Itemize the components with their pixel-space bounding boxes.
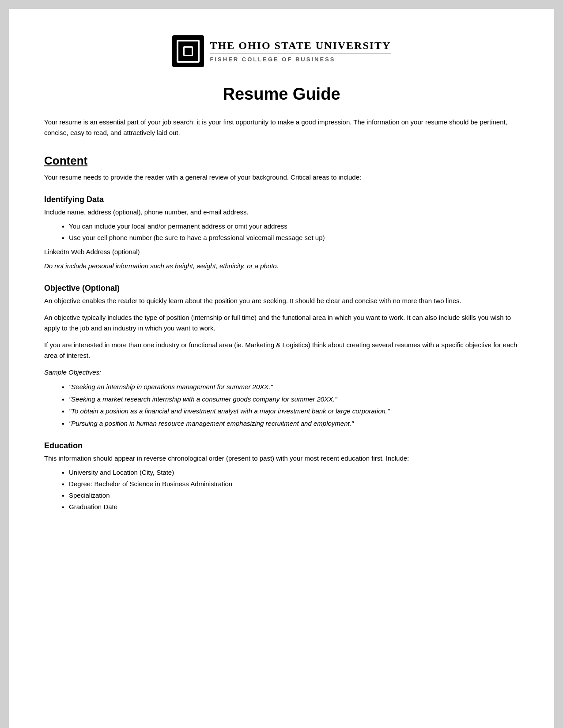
logo-icon-inner [177, 40, 200, 63]
do-not-text: Do not include personal information such… [44, 261, 519, 271]
list-item: "Seeking a market research internship wi… [62, 394, 519, 405]
sample-label: Sample Objectives: [44, 367, 519, 378]
objective-para3: If you are interested in more than one i… [44, 340, 519, 361]
logo-icon-center [183, 46, 193, 56]
list-item: "Pursuing a position in human resource m… [62, 418, 519, 429]
identifying-data-body: Include name, address (optional), phone … [44, 207, 519, 271]
page-title: Resume Guide [44, 85, 519, 104]
header: The Ohio State University Fisher College… [44, 35, 519, 67]
linkedin-text: LinkedIn Web Address (optional) [44, 247, 519, 257]
logo-container: The Ohio State University Fisher College… [172, 35, 391, 67]
osu-logo-icon [172, 35, 204, 67]
content-intro: Your resume needs to provide the reader … [44, 172, 519, 183]
list-item: Graduation Date [62, 502, 519, 512]
objective-section: Objective (Optional) An objective enable… [44, 284, 519, 429]
objective-para1: An objective enables the reader to quick… [44, 296, 519, 306]
list-item: University and Location (City, State) [62, 467, 519, 478]
page: The Ohio State University Fisher College… [9, 9, 554, 728]
education-title: Education [44, 441, 519, 450]
education-body: This information should appear in revers… [44, 453, 519, 512]
content-section: Content Your resume needs to provide the… [44, 154, 519, 183]
identifying-data-section: Identifying Data Include name, address (… [44, 195, 519, 271]
identifying-data-list: You can include your local and/or perman… [44, 221, 519, 243]
do-not-rest: include personal information such as hei… [64, 262, 279, 270]
sample-objectives-list: "Seeking an internship in operations man… [44, 381, 519, 429]
objective-title: Objective (Optional) [44, 284, 519, 293]
list-item: Use your cell phone number (be sure to h… [62, 233, 519, 243]
objective-body: An objective enables the reader to quick… [44, 296, 519, 429]
list-item: Degree: Bachelor of Science in Business … [62, 479, 519, 489]
objective-para2: An objective typically includes the type… [44, 312, 519, 334]
identifying-data-intro: Include name, address (optional), phone … [44, 207, 519, 218]
identifying-data-title: Identifying Data [44, 195, 519, 204]
university-name: The Ohio State University [210, 40, 391, 51]
list-item: "Seeking an internship in operations man… [62, 381, 519, 393]
list-item: You can include your local and/or perman… [62, 221, 519, 232]
education-section: Education This information should appear… [44, 441, 519, 512]
college-name: Fisher College of Business [210, 53, 391, 63]
content-title: Content [44, 154, 519, 168]
education-intro: This information should appear in revers… [44, 453, 519, 464]
education-list: University and Location (City, State) De… [44, 467, 519, 512]
intro-text: Your resume is an essential part of your… [44, 117, 519, 138]
logo-text-block: The Ohio State University Fisher College… [210, 40, 391, 63]
list-item: Specialization [62, 490, 519, 501]
list-item: "To obtain a position as a financial and… [62, 405, 519, 417]
